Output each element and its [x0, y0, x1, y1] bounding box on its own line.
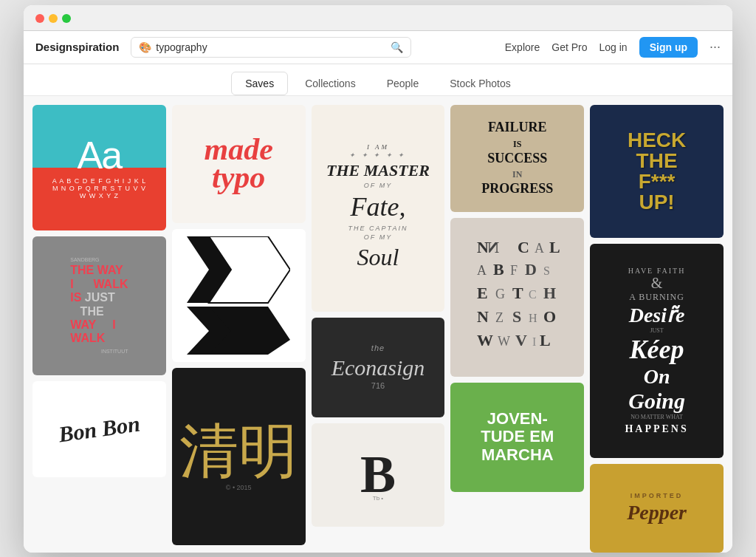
keep-text: Kéep: [625, 334, 688, 365]
bonbon-text: Bon Bon: [57, 411, 142, 447]
svg-text:N: N: [477, 238, 489, 256]
imported-label: IMPORTED: [627, 492, 687, 499]
list-item[interactable]: Bon Bon: [32, 381, 166, 477]
have-faith: HAVE FAITH: [625, 267, 688, 275]
column-4: FAILUREISSUCCESSINPROGRESS N N C A L: [450, 105, 584, 492]
imported-text: IMPORTED Pepper: [627, 492, 687, 524]
svg-text:S: S: [543, 264, 550, 277]
svg-text:S: S: [512, 307, 521, 326]
list-item[interactable]: N N C A L A B F D S E G T: [450, 218, 584, 377]
list-item[interactable]: [172, 229, 306, 362]
svg-text:H: H: [543, 284, 556, 302]
on-text: On: [625, 365, 688, 389]
svg-text:O: O: [543, 307, 556, 326]
failure-inner: FAILUREISSUCCESSINPROGRESS: [450, 105, 584, 212]
captain-text: THE CAPTAIN: [326, 225, 430, 233]
browser-window: Designspiration 🎨 🔍 Explore Get Pro Log …: [24, 5, 732, 553]
tab-people[interactable]: People: [373, 72, 433, 95]
list-item[interactable]: the Econasign 716: [312, 318, 445, 417]
list-item[interactable]: B Tb •: [312, 423, 445, 527]
the-master: THE MASTER: [326, 160, 430, 182]
list-item[interactable]: HAVE FAITH & A BURNING Desir̃e JUST Kéep…: [590, 244, 724, 458]
svg-text:Z: Z: [495, 310, 504, 325]
get-pro-link[interactable]: Get Pro: [551, 41, 587, 53]
stars-deco: ✦ ✦ ✦ ✦ ✦: [326, 151, 430, 160]
of-my-text: OF MY: [326, 182, 430, 191]
svg-text:N: N: [487, 238, 499, 256]
svg-text:V: V: [515, 331, 527, 349]
more-menu-button[interactable]: ···: [709, 39, 721, 55]
column-1: Aa A A B C D E F G H I J K LM N O P Q R …: [32, 105, 166, 477]
content-area: Aa A A B C D E F G H I J K LM N O P Q R …: [24, 96, 732, 553]
chinese-content: 清明 © • 2015: [179, 422, 298, 491]
svg-text:D: D: [525, 260, 537, 278]
svg-text:H: H: [529, 312, 537, 324]
svg-text:W: W: [477, 331, 493, 349]
no-matter: NO MATTER WHAT: [625, 414, 688, 420]
sandberg-institute: INSTITUUT: [70, 349, 128, 354]
desire-text: Desir̃e: [625, 303, 688, 327]
list-item[interactable]: 清明 © • 2015: [172, 368, 306, 545]
svg-text:A: A: [535, 241, 544, 256]
search-bar[interactable]: 🎨 🔍: [131, 37, 411, 58]
svg-text:A: A: [477, 263, 487, 278]
alphabet-letters: A A B C D E F G H I J K LM N O P Q R R S…: [52, 177, 147, 199]
nav-bar: Designspiration 🎨 🔍 Explore Get Pro Log …: [24, 31, 732, 64]
letterpress-content: N N C A L A B F D S E G T: [464, 225, 571, 369]
svg-text:E: E: [477, 284, 488, 302]
econasign-text: the Econasign 716: [331, 344, 425, 391]
signup-button[interactable]: Sign up: [639, 37, 698, 58]
minimize-button[interactable]: [49, 14, 58, 23]
svg-text:F: F: [510, 263, 518, 278]
svg-text:L: L: [540, 331, 551, 349]
aa-text: Aa: [78, 136, 122, 174]
svg-text:W: W: [498, 334, 510, 349]
tab-saves[interactable]: Saves: [231, 72, 288, 95]
happens-text: HAPPENS: [625, 423, 688, 435]
keepon-text: HAVE FAITH & A BURNING Desir̃e JUST Kéep…: [625, 267, 688, 435]
sandberg-main: THE WAY I WALK IS JUST THE WAY I WALK: [70, 264, 128, 345]
explore-link[interactable]: Explore: [505, 41, 540, 53]
list-item[interactable]: Aa A A B C D E F G H I J K LM N O P Q R …: [32, 105, 166, 230]
chinese-char: 清明: [179, 422, 298, 481]
juventude-text: JOVEN-TUDE EMMARCHA: [481, 410, 554, 464]
fate-text: Fate,: [326, 190, 430, 225]
search-icon[interactable]: 🔍: [391, 41, 403, 53]
master-text: I AM ✦ ✦ ✦ ✦ ✦ THE MASTER OF MY Fate, TH…: [326, 143, 430, 273]
list-item[interactable]: IMPORTED Pepper: [590, 464, 724, 553]
close-button[interactable]: [35, 14, 44, 23]
failure-text: FAILUREISSUCCESSINPROGRESS: [481, 120, 553, 196]
svg-text:C: C: [529, 288, 537, 301]
column-2: madetypo 清明: [172, 105, 306, 545]
tab-stock-photos[interactable]: Stock Photos: [436, 72, 525, 95]
list-item[interactable]: HECKTHEF***UP!: [590, 105, 724, 238]
just-text: JUST: [625, 327, 688, 334]
of-my2-text: OF MY: [326, 233, 430, 242]
i-am-text: I AM: [326, 143, 430, 152]
made-typo-text: madetypo: [205, 136, 273, 192]
logo: Designspiration: [35, 41, 119, 53]
login-button[interactable]: Log in: [599, 41, 628, 53]
column-3: I AM ✦ ✦ ✦ ✦ ✦ THE MASTER OF MY Fate, TH…: [312, 105, 445, 527]
search-input[interactable]: [156, 41, 386, 53]
tab-collections[interactable]: Collections: [291, 72, 369, 95]
maximize-button[interactable]: [62, 14, 71, 23]
svg-text:L: L: [549, 238, 560, 256]
letterpress-svg: N N C A L A B F D S E G T: [470, 230, 566, 363]
palette-icon[interactable]: 🎨: [139, 41, 151, 53]
list-item[interactable]: I AM ✦ ✦ ✦ ✦ ✦ THE MASTER OF MY Fate, TH…: [312, 105, 445, 312]
arrows-graphic: [187, 236, 290, 355]
pepper-label: Pepper: [627, 501, 687, 524]
a-burning: A BURNING: [625, 292, 688, 303]
svg-text:I: I: [532, 335, 536, 348]
list-item[interactable]: FAILUREISSUCCESSINPROGRESS: [450, 105, 584, 212]
list-item[interactable]: SANDBERG THE WAY I WALK IS JUST THE WAY …: [32, 236, 166, 375]
nav-links: Explore Get Pro Log in Sign up ···: [505, 37, 721, 58]
svg-text:B: B: [493, 260, 504, 278]
tabs-wrapper: Saves Collections People Stock Photos: [24, 64, 732, 96]
list-item[interactable]: madetypo: [172, 105, 306, 223]
window-controls: [35, 14, 721, 23]
list-item[interactable]: JOVEN-TUDE EMMARCHA: [450, 383, 584, 492]
svg-text:N: N: [477, 307, 489, 326]
b-letter: B: [360, 448, 396, 501]
